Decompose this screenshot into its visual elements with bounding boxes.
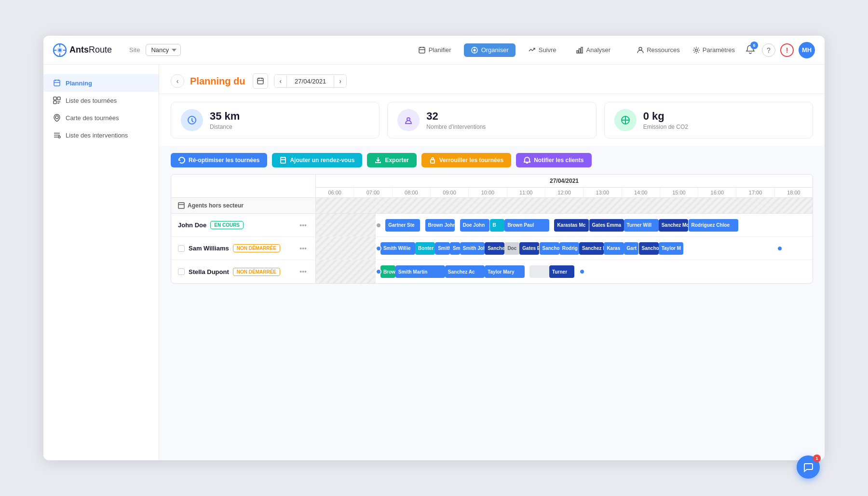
exporter-label: Exporter <box>385 157 408 164</box>
sidebar-item-tournees-map[interactable]: Carte des tournées <box>43 109 159 126</box>
gantt-bar[interactable]: Doe John <box>460 219 490 232</box>
gantt-bar[interactable]: Smith M <box>435 242 450 255</box>
calendar-icon-btn[interactable] <box>253 73 268 89</box>
prev-date-btn[interactable]: ‹ <box>274 75 286 87</box>
chat-btn[interactable]: 1 <box>797 455 820 479</box>
gantt-bar[interactable]: Sm <box>450 242 460 255</box>
site-select[interactable]: Nancy Paris Lyon <box>146 44 181 56</box>
content-area: ‹ Planning du ‹ 27/04/2021 › <box>159 65 825 460</box>
gantt-bar[interactable]: Sancho <box>540 242 559 255</box>
gantt-bar[interactable]: Gart <box>624 242 639 255</box>
date-display: 27/04/2021 <box>286 75 334 87</box>
gantt-bar[interactable]: Taylor M <box>659 242 684 255</box>
parametres-btn[interactable]: Paramètres <box>689 44 739 56</box>
gantt-bar[interactable]: Sanchez <box>485 242 504 255</box>
ressources-btn[interactable]: Ressources <box>633 44 684 56</box>
nav-right: Ressources Paramètres 6 ? ! MH <box>633 42 815 58</box>
sidebar-item-interventions[interactable]: Liste des interventions <box>43 126 159 144</box>
gantt-hour-17: 17:00 <box>736 188 774 197</box>
gantt-bar[interactable]: Gates Emma <box>589 219 624 232</box>
table-row: Sam Williams NON DÉMARRÉE ••• Smith Will… <box>171 237 813 260</box>
stat-interventions: 32 Nombre d'interventions <box>387 102 596 138</box>
gantt-bar[interactable]: Turner Will <box>624 219 659 232</box>
gantt-bar[interactable] <box>529 265 549 278</box>
gantt-header: 27/04/2021 06:00 07:00 08:00 09:00 10:00… <box>171 175 813 198</box>
app-logo: AntsRoute <box>53 43 112 57</box>
notifications-btn[interactable]: 6 <box>744 42 757 57</box>
ajouter-btn[interactable]: Ajouter un rendez-vous <box>272 153 362 167</box>
help-btn[interactable]: ? <box>762 43 775 57</box>
stat-interventions-icon <box>397 109 420 131</box>
gantt-bar[interactable]: Turner <box>549 265 574 278</box>
gantt-hour-14: 14:00 <box>622 188 660 197</box>
gantt-date-row: 27/04/2021 <box>316 175 813 188</box>
gantt-bar[interactable]: Smith Martin <box>395 265 445 278</box>
main-area: Planning Liste des tournées Carte des to… <box>43 65 825 460</box>
gantt-bar[interactable]: Brown <box>380 265 395 278</box>
back-btn[interactable]: ‹ <box>171 74 184 88</box>
gantt-bar[interactable]: Brown Paul <box>504 219 549 232</box>
gantt-bar[interactable]: Rodrig <box>559 242 579 255</box>
svg-point-2 <box>58 49 61 52</box>
notif-badge: 6 <box>750 41 758 49</box>
gantt-bar[interactable]: Smith John <box>460 242 485 255</box>
agent-checkbox-stella[interactable] <box>178 268 185 275</box>
user-avatar[interactable]: MH <box>799 42 815 58</box>
svg-point-18 <box>639 47 642 50</box>
gantt-bar[interactable]: Rodriguez Chloe <box>689 219 738 232</box>
exporter-btn[interactable]: Exporter <box>367 153 416 167</box>
gantt-bar[interactable]: Bonter <box>415 242 435 255</box>
stat-interventions-info: 32 Nombre d'interventions <box>426 110 486 130</box>
agent-more-john-doe[interactable]: ••• <box>298 220 309 230</box>
verrouiller-label: Verrouiller les tournées <box>439 157 503 164</box>
sidebar-item-planning[interactable]: Planning <box>43 74 159 92</box>
sidebar-item-tournees-list[interactable]: Liste des tournées <box>43 92 159 109</box>
nav-analyser-label: Analyser <box>586 46 611 54</box>
gantt-timeline-header: 27/04/2021 06:00 07:00 08:00 09:00 10:00… <box>316 175 813 197</box>
gantt-bar[interactable]: B <box>490 219 505 232</box>
nav-analyser[interactable]: Analyser <box>569 43 618 57</box>
gantt-bar[interactable]: Karas <box>604 242 624 255</box>
agent-name-sam: Sam Williams <box>189 245 229 252</box>
stat-co2-info: 0 kg Emission de CO2 <box>643 110 688 130</box>
table-row: Stella Dupont NON DÉMARRÉE ••• Brown Smi… <box>171 260 813 283</box>
svg-rect-26 <box>54 101 56 104</box>
agent-checkbox-sam[interactable] <box>178 245 185 252</box>
nav-suivre[interactable]: Suivre <box>521 43 563 57</box>
actions-bar: Ré-optimiser les tournées Ajouter un ren… <box>159 146 825 174</box>
gantt-hour-10: 10:00 <box>469 188 507 197</box>
agent-cell-stella: Stella Dupont NON DÉMARRÉE ••• <box>171 260 316 283</box>
gantt-hour-18: 18:00 <box>775 188 813 197</box>
nav-planifier[interactable]: Planifier <box>411 43 458 57</box>
notifier-btn[interactable]: Notifier les clients <box>516 153 591 167</box>
svg-point-12 <box>473 49 475 51</box>
gantt-hour-7: 07:00 <box>354 188 392 197</box>
gantt-bar[interactable]: Smith Willie <box>380 242 415 255</box>
gantt-agent-col-header <box>171 175 316 197</box>
gantt-wrapper: 27/04/2021 06:00 07:00 08:00 09:00 10:00… <box>159 174 825 295</box>
app-name: AntsRoute <box>69 45 112 55</box>
agent-more-stella[interactable]: ••• <box>298 267 309 276</box>
agent-more-sam[interactable]: ••• <box>298 244 309 253</box>
gantt-hour-8: 08:00 <box>393 188 431 197</box>
gantt-bar[interactable]: Brown John <box>425 219 455 232</box>
gantt-bar[interactable]: Sanchez Ac <box>445 265 485 278</box>
gantt-bar[interactable]: Gartner Ste <box>385 219 420 232</box>
gantt-bar[interactable]: Sanchez Fe <box>579 242 604 255</box>
reoptimiser-btn[interactable]: Ré-optimiser les tournées <box>171 153 267 167</box>
timeline-cell-john-doe: Gartner Ste Brown John Doe John B Brown … <box>316 214 813 236</box>
verrouiller-btn[interactable]: Verrouiller les tournées <box>421 153 511 167</box>
gantt-bar[interactable]: Gates E <box>519 242 539 255</box>
stat-interventions-value: 32 <box>426 110 486 123</box>
gantt-bar[interactable]: Doc <box>504 242 519 255</box>
svg-rect-25 <box>57 97 60 100</box>
next-date-btn[interactable]: › <box>334 75 346 87</box>
gantt-chart: 27/04/2021 06:00 07:00 08:00 09:00 10:00… <box>171 174 813 284</box>
gantt-bar[interactable]: Taylor Mary <box>485 265 524 278</box>
gantt-bar[interactable]: Karastas Mc <box>554 219 589 232</box>
alert-btn[interactable]: ! <box>780 43 794 57</box>
gantt-bar[interactable]: Sancho <box>639 242 659 255</box>
gantt-bar[interactable]: Sanchez Mc <box>659 219 689 232</box>
nav-organiser[interactable]: Organiser <box>464 43 515 57</box>
gantt-hours-row: 06:00 07:00 08:00 09:00 10:00 11:00 12:0… <box>316 188 813 197</box>
